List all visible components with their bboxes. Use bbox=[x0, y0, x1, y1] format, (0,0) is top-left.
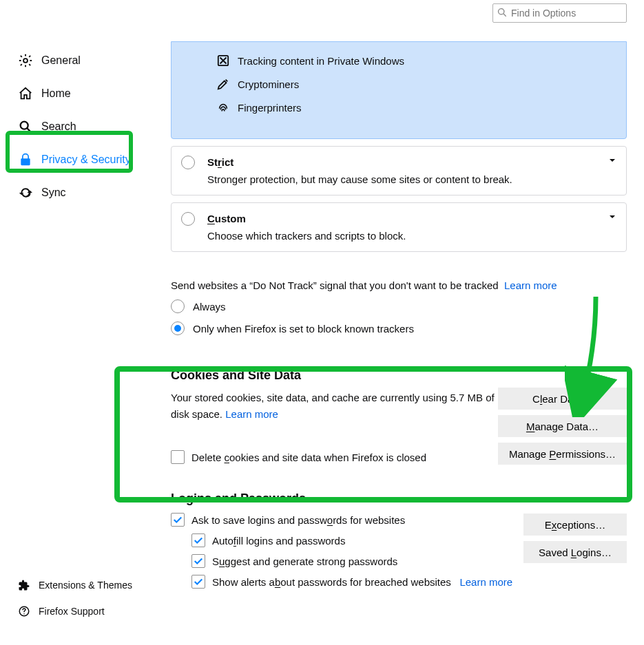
cryptominer-icon bbox=[217, 78, 229, 90]
protection-item-fingerprinters: Fingerprinters bbox=[172, 96, 626, 119]
search-icon bbox=[497, 8, 507, 17]
dnt-description: Send websites a “Do Not Track” signal th… bbox=[171, 279, 627, 291]
chevron-down-icon[interactable] bbox=[608, 155, 616, 167]
option-desc: Stronger protection, but may cause some … bbox=[207, 173, 616, 185]
search-in-options[interactable] bbox=[492, 3, 627, 23]
section-title-cookies: Cookies and Site Data bbox=[171, 368, 627, 383]
puzzle-icon bbox=[18, 579, 30, 591]
checkbox-suggest[interactable] bbox=[191, 554, 205, 568]
standard-protection-panel: Tracking content in Private Windows Cryp… bbox=[171, 41, 627, 139]
manage-data-button[interactable]: Manage Data… bbox=[498, 415, 627, 437]
clear-data-button[interactable]: Clear Data… bbox=[498, 388, 627, 410]
sidebar-item-sync[interactable]: Sync bbox=[18, 176, 156, 209]
cookies-section: Cookies and Site Data Your stored cookie… bbox=[171, 368, 627, 464]
lock-icon bbox=[18, 152, 33, 167]
svg-point-3 bbox=[23, 613, 25, 615]
radio-always[interactable] bbox=[171, 299, 185, 313]
breach-alerts[interactable]: Show alerts about passwords for breached… bbox=[191, 575, 627, 589]
sidebar-item-general[interactable]: General bbox=[18, 44, 156, 77]
dnt-option-always[interactable]: Always bbox=[171, 299, 627, 313]
protection-label: Tracking content in Private Windows bbox=[238, 55, 404, 67]
magnifier-icon bbox=[18, 119, 33, 134]
checkbox-label: Show alerts about passwords for breached… bbox=[212, 576, 512, 588]
sidebar-item-home[interactable]: Home bbox=[18, 77, 156, 110]
radio-custom[interactable] bbox=[181, 212, 195, 226]
logins-section: Logins and Passwords Ask to save logins … bbox=[171, 491, 627, 589]
sidebar-item-label: Privacy & Security bbox=[41, 154, 131, 166]
sidebar-link-support[interactable]: Firefox Support bbox=[18, 598, 156, 624]
radio-label: Always bbox=[193, 301, 226, 313]
breach-learn-more-link[interactable]: Learn more bbox=[459, 576, 512, 588]
protection-option-strict[interactable]: Strict Stronger protection, but may caus… bbox=[171, 146, 627, 195]
radio-strict[interactable] bbox=[181, 156, 195, 169]
protection-item-cryptominers: Cryptominers bbox=[172, 72, 626, 96]
option-desc: Choose which trackers and scripts to blo… bbox=[207, 230, 616, 242]
protection-label: Fingerprinters bbox=[238, 102, 302, 114]
cookies-description: Your stored cookies, site data, and cach… bbox=[171, 390, 515, 423]
dnt-learn-more-link[interactable]: Learn more bbox=[504, 279, 557, 291]
search-input[interactable] bbox=[492, 3, 627, 23]
sidebar-item-label: General bbox=[41, 54, 81, 67]
manage-permissions-button[interactable]: Manage Permissions… bbox=[498, 443, 627, 465]
sidebar-item-search[interactable]: Search bbox=[18, 110, 156, 143]
radio-only-known[interactable] bbox=[171, 321, 185, 335]
dnt-option-only-known[interactable]: Only when Firefox is set to block known … bbox=[171, 321, 627, 335]
checkbox-autofill[interactable] bbox=[191, 533, 205, 547]
protection-label: Cryptominers bbox=[238, 78, 299, 90]
checkbox-ask-save[interactable] bbox=[171, 513, 185, 527]
option-title: Custom bbox=[207, 213, 616, 224]
svg-point-0 bbox=[23, 59, 28, 63]
protection-item-tracking: Tracking content in Private Windows bbox=[172, 49, 626, 72]
sidebar-item-label: Search bbox=[41, 120, 76, 133]
checkbox-label: Autofill logins and passwords bbox=[212, 535, 345, 547]
chevron-down-icon[interactable] bbox=[608, 211, 616, 223]
sidebar-bottom-label: Extensions & Themes bbox=[39, 580, 132, 591]
saved-logins-button[interactable]: Saved Logins… bbox=[523, 541, 627, 563]
gear-icon bbox=[18, 53, 33, 68]
sidebar-link-extensions[interactable]: Extensions & Themes bbox=[18, 572, 156, 598]
exceptions-button[interactable]: Exceptions… bbox=[523, 514, 627, 536]
svg-point-1 bbox=[21, 122, 28, 129]
home-icon bbox=[18, 86, 33, 101]
sidebar: General Home Search Privacy & Security S… bbox=[18, 44, 156, 209]
protection-option-custom[interactable]: Custom Choose which trackers and scripts… bbox=[171, 202, 627, 252]
sidebar-item-label: Home bbox=[41, 87, 71, 100]
sidebar-bottom: Extensions & Themes Firefox Support bbox=[18, 572, 156, 624]
sync-icon bbox=[18, 185, 33, 200]
question-icon bbox=[18, 605, 30, 617]
checkbox-label: Ask to save logins and passwords for web… bbox=[191, 514, 405, 526]
main-content: Tracking content in Private Windows Cryp… bbox=[171, 41, 627, 589]
checkbox-label: Delete cookies and site data when Firefo… bbox=[191, 452, 426, 463]
checkbox-alerts[interactable] bbox=[191, 575, 205, 589]
sidebar-item-label: Sync bbox=[41, 187, 66, 199]
option-title: Strict bbox=[207, 156, 616, 168]
fingerprint-icon bbox=[217, 101, 229, 114]
section-title-logins: Logins and Passwords bbox=[171, 491, 627, 506]
sidebar-item-privacy-security[interactable]: Privacy & Security bbox=[18, 143, 156, 176]
checkbox-delete-cookies[interactable] bbox=[171, 450, 185, 464]
tracking-content-icon bbox=[217, 54, 229, 67]
cookies-learn-more-link[interactable]: Learn more bbox=[225, 408, 278, 420]
checkbox-label: Suggest and generate strong passwords bbox=[212, 556, 397, 567]
sidebar-bottom-label: Firefox Support bbox=[39, 606, 105, 617]
radio-label: Only when Firefox is set to block known … bbox=[193, 323, 414, 335]
